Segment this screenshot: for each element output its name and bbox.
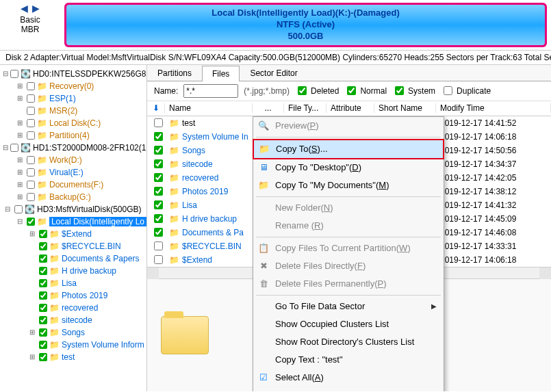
tree-node[interactable]: 📁recovered (0, 302, 146, 314)
row-checkbox[interactable] (154, 173, 163, 182)
tree-node[interactable]: 📁Photos 2019 (0, 289, 146, 302)
tree-twisty-icon[interactable]: ⊞ (15, 94, 25, 102)
tab-partitions[interactable]: Partitions (147, 65, 202, 81)
row-checkbox[interactable] (154, 241, 163, 250)
tree-twisty-icon[interactable]: ⊞ (15, 168, 25, 176)
menu-delete-perm[interactable]: 🗑Delete Files Permanently(P) (253, 275, 444, 293)
tree-checkbox[interactable] (10, 144, 18, 152)
tree-checkbox[interactable] (27, 107, 35, 115)
menu-unselect-all[interactable]: Unselect All(U) (253, 387, 444, 391)
tree-checkbox[interactable] (10, 70, 18, 78)
tree-node[interactable]: ⊞📁Local Disk(C:) (0, 117, 146, 129)
tree-checkbox[interactable] (39, 254, 47, 263)
back-arrow-icon[interactable]: ◀ (21, 3, 28, 14)
menu-root-clusters[interactable]: Show Root Directory's Clusters List (253, 333, 444, 351)
row-checkbox[interactable] (154, 228, 163, 237)
tree-checkbox[interactable] (27, 168, 35, 177)
tree-node[interactable]: ⊟📁Local Disk(Intelligently Lo (0, 215, 146, 228)
tree-checkbox[interactable] (27, 131, 35, 140)
menu-rename[interactable]: Rename (R) (253, 217, 444, 235)
tree-twisty-icon[interactable]: ⊟ (15, 218, 25, 225)
col-attr[interactable]: Attribute (326, 103, 374, 113)
row-checkbox[interactable] (154, 132, 163, 141)
menu-new-folder[interactable]: New Folder(N) (253, 199, 444, 217)
tree-checkbox[interactable] (39, 230, 47, 238)
tree-node[interactable]: 📁sitecode (0, 314, 146, 326)
tree-node[interactable]: ⊞📁ESP(1) (0, 92, 146, 105)
tree-checkbox[interactable] (39, 353, 47, 361)
tab-files[interactable]: Files (202, 66, 240, 81)
tree-twisty-icon[interactable]: ⊟ (3, 144, 8, 151)
tree-node[interactable]: 📁System Volume Inform (0, 339, 146, 351)
row-checkbox[interactable] (154, 146, 163, 155)
tree-checkbox[interactable] (39, 304, 47, 312)
col-short[interactable]: Short Name (374, 103, 436, 113)
menu-copy-documents[interactable]: 📁Copy To "My Documents"(M) (253, 177, 444, 194)
row-checkbox[interactable] (154, 255, 163, 264)
tree-checkbox[interactable] (39, 242, 47, 250)
tree-node[interactable]: 📁H drive backup (0, 265, 146, 277)
system-checkbox[interactable]: System (392, 84, 435, 97)
tree-twisty-icon[interactable]: ⊞ (15, 82, 25, 90)
tree-checkbox[interactable] (39, 279, 47, 287)
tree-node[interactable]: ⊞📁Songs (0, 326, 146, 339)
menu-delete-direct[interactable]: ✖Delete Files Directly(F) (253, 257, 444, 275)
tree-node[interactable]: ⊟💽HD1:ST2000DM008-2FR102(18 (0, 142, 146, 154)
row-checkbox[interactable] (154, 200, 163, 209)
name-filter-input[interactable] (183, 84, 238, 98)
row-checkbox[interactable] (154, 118, 163, 127)
tree-node[interactable]: ⊞📁Virual(E:) (0, 166, 146, 179)
tree-twisty-icon[interactable]: ⊞ (15, 131, 25, 139)
tree-checkbox[interactable] (14, 205, 23, 213)
forward-arrow-icon[interactable]: ▶ (32, 3, 40, 14)
tree-node[interactable]: ⊞📁Work(D:) (0, 154, 146, 166)
tree-node[interactable]: 📁Lisa (0, 277, 146, 289)
col-modify[interactable]: Modify Time (436, 103, 551, 113)
tree-checkbox[interactable] (27, 82, 35, 90)
col-type[interactable]: File Ty... (284, 103, 326, 113)
col-name[interactable]: Name (165, 103, 253, 113)
tree-checkbox[interactable] (27, 119, 35, 127)
menu-copy-partition[interactable]: 📋Copy Files To Current Partition(W) (253, 239, 444, 257)
tree-checkbox[interactable] (39, 267, 47, 275)
col-ellipsis[interactable]: ... (253, 103, 284, 113)
tree-node[interactable]: ⊞📁Documents(F:) (0, 179, 146, 191)
tree-node[interactable]: 📁$RECYCLE.BIN (0, 240, 146, 252)
tree-checkbox[interactable] (39, 328, 47, 337)
deleted-checkbox[interactable]: Deleted (295, 84, 339, 97)
row-checkbox[interactable] (154, 159, 163, 168)
tree-node[interactable]: ⊞📁Recovery(0) (0, 80, 146, 92)
tree-checkbox[interactable] (27, 94, 35, 103)
menu-copy-desktop[interactable]: 🖥Copy To "Desktop"(D) (253, 159, 444, 177)
tree-twisty-icon[interactable]: ⊞ (15, 193, 25, 200)
row-checkbox[interactable] (154, 214, 163, 223)
tree-checkbox[interactable] (27, 181, 35, 189)
menu-occupied-clusters[interactable]: Show Occupied Clusters List (253, 315, 444, 333)
tree-node[interactable]: ⊟💽HD3:MsftVirtualDisk(500GB) (0, 203, 146, 215)
tree-node[interactable]: ⊞📁Partition(4) (0, 129, 146, 142)
tree-checkbox[interactable] (39, 291, 47, 300)
tree-node[interactable]: ⊞📁test (0, 351, 146, 363)
menu-copy-to[interactable]: 📁Copy To(S)... (254, 140, 443, 158)
tree-node[interactable]: ⊞📁$Extend (0, 228, 146, 240)
tree-twisty-icon[interactable]: ⊟ (3, 205, 12, 213)
menu-select-all[interactable]: ☑Select All(A) (253, 369, 444, 387)
row-checkbox[interactable] (154, 187, 163, 196)
tree-checkbox[interactable] (39, 341, 47, 349)
tree-checkbox[interactable] (27, 156, 35, 164)
menu-preview[interactable]: 🔍Preview(P) (253, 117, 444, 135)
partition-banner[interactable]: Local Disk(Intelligently Load)(K:)-(Dama… (64, 3, 547, 47)
normal-checkbox[interactable]: Normal (344, 84, 387, 97)
tree-twisty-icon[interactable]: ⊞ (15, 181, 25, 188)
tree-node[interactable]: 📁Documents & Papers (0, 252, 146, 265)
duplicate-checkbox[interactable]: Duplicate (441, 84, 491, 97)
tree-twisty-icon[interactable]: ⊞ (15, 156, 25, 164)
tree-node[interactable]: ⊟💽HD0:INTELSSDPEKKW256G8(2 (0, 68, 146, 80)
menu-goto-sector[interactable]: Go To File Data Sector▶ (253, 298, 444, 315)
tree-checkbox[interactable] (27, 218, 35, 226)
tree-twisty-icon[interactable]: ⊞ (27, 230, 37, 237)
tab-sector-editor[interactable]: Sector Editor (240, 65, 307, 81)
tree-twisty-icon[interactable]: ⊞ (27, 353, 37, 361)
tree-node[interactable]: 📁MSR(2) (0, 105, 146, 117)
tree-checkbox[interactable] (27, 193, 35, 201)
